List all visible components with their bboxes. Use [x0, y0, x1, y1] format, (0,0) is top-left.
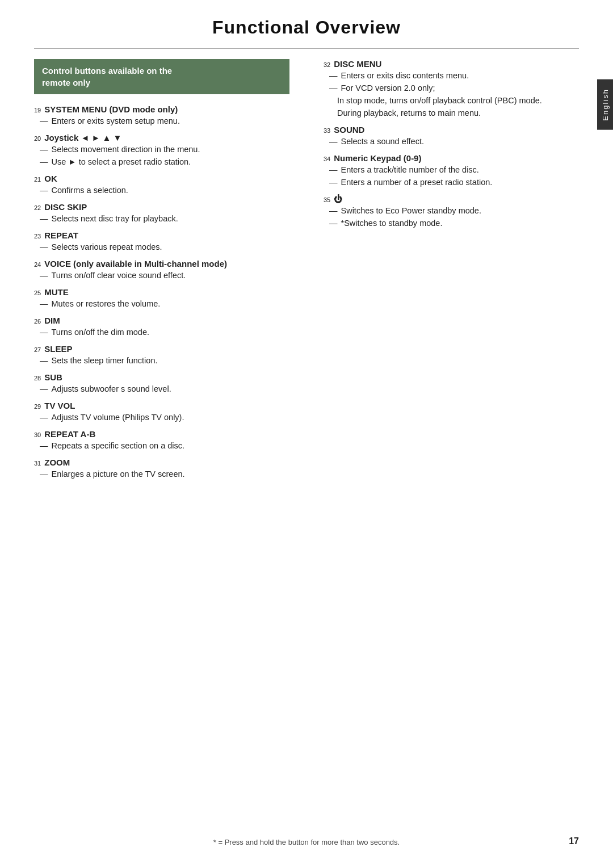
section-23: 23REPEAT—Selects various repeat modes.: [34, 230, 289, 253]
section-num-26: 26: [34, 318, 41, 325]
section-title-text-21: OK: [44, 174, 57, 183]
section-num-31: 31: [34, 460, 41, 467]
section-title-35: 35⏻: [324, 194, 579, 204]
section-32: 32DISC MENU—Enters or exits disc content…: [324, 59, 579, 119]
section-item: —Use ► to select a preset radio station.: [40, 156, 289, 168]
dash-icon: —: [329, 136, 338, 148]
section-34: 34Numeric Keypad (0-9)—Enters a track/ti…: [324, 153, 579, 188]
section-num-19: 19: [34, 107, 41, 114]
dash-icon: —: [40, 326, 48, 338]
section-title-text-31: ZOOM: [44, 458, 70, 467]
section-title-22: 22DISC SKIP: [34, 202, 289, 212]
dash-icon: —: [40, 115, 48, 127]
section-title-33: 33SOUND: [324, 125, 579, 135]
section-item: —Turns on/off the dim mode.: [40, 326, 289, 338]
section-item: —Mutes or restores the volume.: [40, 298, 289, 310]
section-item: —Selects movement direction in the menu.: [40, 144, 289, 156]
section-num-35: 35: [324, 196, 330, 203]
section-22: 22DISC SKIP—Selects next disc tray for p…: [34, 202, 289, 225]
dash-icon: —: [40, 213, 48, 225]
section-item: —Confirms a selection.: [40, 184, 289, 196]
section-title-25: 25MUTE: [34, 287, 289, 297]
section-title-text-23: REPEAT: [44, 230, 78, 240]
section-title-text-25: MUTE: [44, 287, 69, 297]
section-item: —Switches to Eco Power standby mode.: [329, 205, 579, 217]
section-num-23: 23: [34, 233, 41, 240]
section-title-text-22: DISC SKIP: [44, 202, 87, 212]
section-item: —Selects next disc tray for playback.: [40, 213, 289, 225]
dash-icon: —: [329, 217, 338, 229]
section-item: —Enters a track/title number of the disc…: [329, 164, 579, 176]
section-19: 19SYSTEM MENU (DVD mode only)—Enters or …: [34, 104, 289, 127]
dash-icon: —: [40, 144, 48, 156]
page-title: Functional Overview: [0, 0, 613, 48]
section-27: 27SLEEP—Sets the sleep timer function.: [34, 344, 289, 367]
section-26: 26DIM—Turns on/off the dim mode.: [34, 316, 289, 338]
section-title-text-20: Joystick ◄ ► ▲ ▼: [44, 133, 121, 142]
section-item: —Enters or exits system setup menu.: [40, 115, 289, 127]
dash-icon: —: [329, 177, 338, 188]
section-num-21: 21: [34, 176, 41, 183]
section-item: —Enters or exits disc contents menu.: [329, 70, 579, 82]
section-num-29: 29: [34, 403, 41, 410]
dash-icon: —: [329, 70, 338, 82]
sidebar-language-tab: English: [597, 79, 613, 130]
section-num-30: 30: [34, 431, 41, 438]
section-num-27: 27: [34, 346, 41, 353]
section-title-text-29: TV VOL: [44, 401, 75, 410]
section-num-28: 28: [34, 375, 41, 381]
section-title-text-33: SOUND: [334, 125, 364, 135]
section-item: —*Switches to standby mode.: [329, 217, 579, 229]
section-title-text-35: ⏻: [334, 194, 342, 204]
dash-icon: —: [329, 205, 338, 217]
section-title-31: 31ZOOM: [34, 458, 289, 467]
left-sections: 19SYSTEM MENU (DVD mode only)—Enters or …: [34, 104, 289, 480]
dash-icon: —: [329, 164, 338, 176]
section-title-23: 23REPEAT: [34, 230, 289, 240]
section-title-21: 21OK: [34, 174, 289, 183]
section-title-text-27: SLEEP: [44, 344, 72, 354]
section-item: —Enlarges a picture on the TV screen.: [40, 468, 289, 480]
section-title-32: 32DISC MENU: [324, 59, 579, 69]
dash-icon: —: [329, 82, 338, 94]
section-28: 28SUB—Adjusts subwoofer s sound level.: [34, 372, 289, 395]
section-title-29: 29TV VOL: [34, 401, 289, 410]
control-banner: Control buttons available on the remote …: [34, 59, 289, 94]
section-20: 20Joystick ◄ ► ▲ ▼—Selects movement dire…: [34, 133, 289, 168]
section-33: 33SOUND—Selects a sound effect.: [324, 125, 579, 148]
section-29: 29TV VOL—Adjusts TV volume (Philips TV o…: [34, 401, 289, 423]
dash-icon: —: [40, 184, 48, 196]
section-30: 30REPEAT A-B—Repeats a specific section …: [34, 429, 289, 452]
dash-icon: —: [40, 355, 48, 367]
section-31: 31ZOOM—Enlarges a picture on the TV scre…: [34, 458, 289, 480]
dash-icon: —: [40, 156, 48, 168]
section-title-text-34: Numeric Keypad (0-9): [334, 153, 421, 163]
section-item: In stop mode, turns on/off playback cont…: [329, 95, 579, 107]
section-25: 25MUTE—Mutes or restores the volume.: [34, 287, 289, 310]
section-title-34: 34Numeric Keypad (0-9): [324, 153, 579, 163]
section-title-text-26: DIM: [44, 316, 60, 325]
section-title-text-24: VOICE (only available in Multi-channel m…: [44, 259, 227, 269]
right-sections: 32DISC MENU—Enters or exits disc content…: [324, 59, 579, 229]
right-column: 32DISC MENU—Enters or exits disc content…: [306, 59, 579, 486]
section-24: 24VOICE (only available in Multi-channel…: [34, 259, 289, 282]
section-title-text-32: DISC MENU: [334, 59, 381, 69]
section-title-28: 28SUB: [34, 372, 289, 382]
dash-icon: —: [40, 241, 48, 253]
section-title-text-28: SUB: [44, 372, 62, 382]
section-item: —Adjusts TV volume (Philips TV only).: [40, 412, 289, 423]
section-item: —Repeats a specific section on a disc.: [40, 440, 289, 452]
section-num-22: 22: [34, 204, 41, 211]
section-item: —Enters a number of a preset radio stati…: [329, 177, 579, 188]
section-title-24: 24VOICE (only available in Multi-channel…: [34, 259, 289, 269]
section-item: —Sets the sleep timer function.: [40, 355, 289, 367]
section-num-32: 32: [324, 61, 330, 68]
dash-icon: —: [40, 440, 48, 452]
section-21: 21OK—Confirms a selection.: [34, 174, 289, 196]
footer-note: * = Press and hold the button for more t…: [0, 838, 613, 846]
top-divider: [34, 48, 579, 49]
section-title-19: 19SYSTEM MENU (DVD mode only): [34, 104, 289, 114]
section-item: During playback, returns to main menu.: [329, 107, 579, 119]
section-item: —Turns on/off clear voice sound effect.: [40, 270, 289, 282]
section-title-text-19: SYSTEM MENU (DVD mode only): [44, 104, 178, 114]
